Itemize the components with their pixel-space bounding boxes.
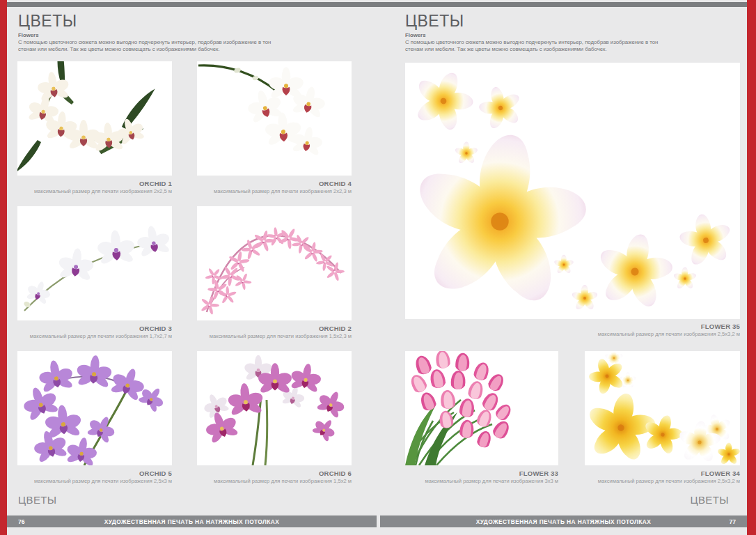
page-description: С помощью цветочного сюжета можно выгодн…: [405, 39, 732, 52]
right-footer-bar: ХУДОЖЕСТВЕННАЯ ПЕЧАТЬ НА НАТЯЖНЫХ ПОТОЛК…: [380, 515, 747, 527]
description-line-1: С помощью цветочного сюжета можно выгодн…: [405, 39, 732, 46]
description-line-2: стенам или мебели. Так же цветы можно со…: [405, 46, 732, 53]
orchid-1-caption: ORCHID 1 максимальный размер для печати …: [17, 180, 172, 194]
image-max-size: максимальный размер для печати изображен…: [197, 333, 352, 339]
orchid-5-photo: [17, 351, 172, 465]
right-red-edge-bar: [747, 0, 756, 535]
image-max-size: максимальный размер для печати изображен…: [405, 331, 740, 337]
image-name: FLOWER 35: [405, 323, 740, 330]
page-title: ЦВЕТЫ: [405, 12, 464, 31]
image-name: ORCHID 1: [17, 180, 172, 187]
image-max-size: максимальный размер для печати изображен…: [197, 478, 352, 484]
image-name: FLOWER 33: [405, 470, 558, 477]
flower-33-photo: [405, 351, 558, 465]
flower-35-photo: [405, 63, 740, 319]
image-max-size: максимальный размер для печати изображен…: [197, 188, 352, 194]
flower-33-caption: FLOWER 33 максимальный размер для печати…: [405, 470, 558, 484]
flower-34-caption: FLOWER 34 максимальный размер для печати…: [585, 470, 740, 484]
description-line-1: С помощью цветочного сюжета можно выгодн…: [18, 39, 352, 46]
orchid-2-caption: ORCHID 2 максимальный размер для печати …: [197, 325, 352, 339]
left-red-edge-bar: [0, 0, 7, 535]
page-subtitle: Flowers: [405, 32, 425, 38]
image-max-size: максимальный размер для печати изображен…: [17, 333, 172, 339]
orchid-6-caption: ORCHID 6 максимальный размер для печати …: [197, 470, 352, 484]
page-title: ЦВЕТЫ: [18, 12, 77, 31]
footer-section-title: ЦВЕТЫ: [690, 494, 729, 506]
image-max-size: максимальный размер для печати изображен…: [585, 478, 740, 484]
orchid-5-caption: ORCHID 5 максимальный размер для печати …: [17, 470, 172, 484]
flower-35-caption: FLOWER 35 максимальный размер для печати…: [405, 323, 740, 337]
image-name: ORCHID 2: [197, 325, 352, 332]
page-description: С помощью цветочного сюжета можно выгодн…: [18, 39, 352, 52]
image-name: ORCHID 4: [197, 180, 352, 187]
page-subtitle: Flowers: [18, 32, 38, 38]
description-line-2: стенам или мебели. Так же цветы можно со…: [18, 46, 352, 53]
orchid-6-photo: [197, 351, 352, 465]
footer-bar-text: ХУДОЖЕСТВЕННАЯ ПЕЧАТЬ НА НАТЯЖНЫХ ПОТОЛК…: [380, 518, 747, 525]
image-name: ORCHID 3: [17, 325, 172, 332]
image-max-size: максимальный размер для печати изображен…: [405, 478, 558, 484]
image-name: ORCHID 5: [17, 470, 172, 477]
footer-bar-text: ХУДОЖЕСТВЕННАЯ ПЕЧАТЬ НА НАТЯЖНЫХ ПОТОЛК…: [7, 518, 377, 525]
orchid-2-photo: [197, 206, 352, 320]
image-name: FLOWER 34: [585, 470, 740, 477]
orchid-4-photo: [197, 61, 352, 176]
image-max-size: максимальный размер для печати изображен…: [17, 188, 172, 194]
orchid-1-photo: [17, 61, 172, 176]
flower-34-photo: [585, 351, 740, 465]
catalog-spread: { "colors": { "accent_red": "#c4272e", "…: [0, 0, 756, 535]
image-max-size: максимальный размер для печати изображен…: [17, 478, 172, 484]
image-name: ORCHID 6: [197, 470, 352, 477]
left-footer-bar: 76 ХУДОЖЕСТВЕННАЯ ПЕЧАТЬ НА НАТЯЖНЫХ ПОТ…: [7, 515, 377, 527]
orchid-3-caption: ORCHID 3 максимальный размер для печати …: [17, 325, 172, 339]
orchid-3-photo: [17, 206, 172, 320]
footer-section-title: ЦВЕТЫ: [18, 494, 57, 506]
page-number: 77: [729, 518, 736, 525]
orchid-4-caption: ORCHID 4 максимальный размер для печати …: [197, 180, 352, 194]
